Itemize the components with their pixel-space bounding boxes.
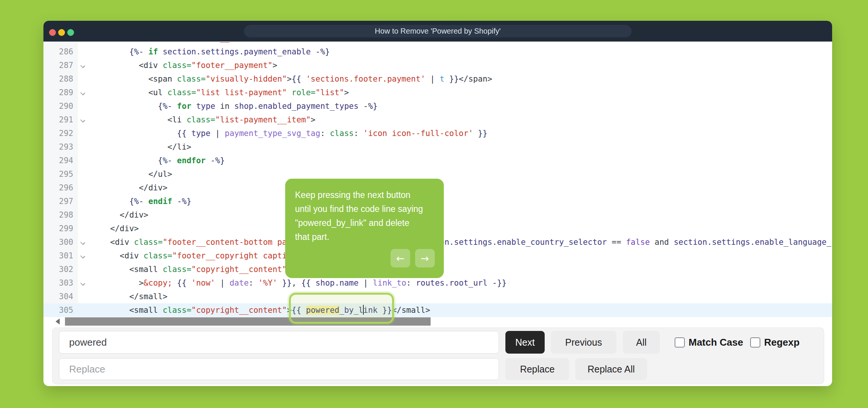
code-token: payment_type_svg_tag <box>225 129 320 138</box>
code-token <box>473 129 478 138</box>
code-token: {%- <box>158 102 172 111</box>
replace-button[interactable]: Replace <box>505 358 569 380</box>
code-token: '%Y' <box>258 278 278 287</box>
code-token: {{ <box>177 129 192 138</box>
fold-chevron-down-icon[interactable] <box>80 281 85 286</box>
search-input[interactable] <box>59 331 499 354</box>
code-token <box>91 129 177 138</box>
code-line[interactable]: 293 </li> <box>43 140 832 154</box>
code-text: {%- if section.settings.payment_enable -… <box>77 45 330 59</box>
code-token: {%- <box>129 197 144 206</box>
match-case-checkbox[interactable] <box>675 337 685 348</box>
code-line[interactable]: 305 <small class="copyright__content">{{… <box>43 303 832 317</box>
code-token: routes.root_url <box>416 278 488 287</box>
code-line[interactable]: 304 </small> <box>43 290 832 303</box>
zoom-window-icon[interactable] <box>67 29 74 36</box>
fold-chevron-down-icon[interactable] <box>80 254 85 258</box>
code-token: | <box>425 74 440 83</box>
code-line[interactable]: 291 <li class="list-payment__item"> <box>43 113 832 127</box>
line-number: 286 <box>43 45 77 59</box>
minimize-window-icon[interactable] <box>58 29 65 36</box>
code-token <box>311 47 316 56</box>
code-line[interactable]: 288 <span class="visually-hidden">{{ 'se… <box>43 72 832 86</box>
code-token: class= <box>167 88 196 97</box>
code-token: <span <box>148 74 177 83</box>
code-token: {{ <box>301 278 315 287</box>
code-token: 'now' <box>192 278 215 287</box>
code-token <box>91 265 129 274</box>
code-token: if <box>148 47 158 56</box>
code-line[interactable]: 294 {%- endfor -%} <box>43 154 832 167</box>
tooltip-line: "powered_by_link" and delete <box>295 216 434 230</box>
code-token: "list-payment__item" <box>215 115 311 124</box>
code-token <box>91 210 120 219</box>
previous-button[interactable]: Previous <box>551 331 616 354</box>
code-token <box>445 74 449 83</box>
code-token: : <box>406 278 411 287</box>
code-line[interactable]: 287 <div class="footer__payment"> <box>43 59 832 72</box>
line-number: 290 <box>43 99 77 113</box>
code-text: <li class="list-payment__item"> <box>77 113 315 127</box>
code-token: shop.name <box>315 278 358 287</box>
code-token: }} <box>449 74 459 83</box>
code-line[interactable]: 285 <ul class="disclosure__list" role="l… <box>43 42 832 45</box>
code-token: }} <box>478 129 487 138</box>
code-token <box>91 183 139 192</box>
code-token: > <box>344 88 349 97</box>
code-token: class= <box>139 42 167 43</box>
code-token: "list list-payment" <box>196 88 287 97</box>
next-button[interactable]: Next <box>505 331 545 354</box>
line-number: 291 <box>43 113 77 127</box>
code-token: link_to <box>373 278 406 287</box>
code-token: | <box>215 278 230 287</box>
code-token <box>91 292 129 301</box>
code-token: </div> <box>110 224 139 233</box>
all-button[interactable]: All <box>623 331 660 354</box>
code-token <box>91 47 129 56</box>
code-token <box>358 102 363 111</box>
code-token: </small> <box>129 292 167 301</box>
code-token: : <box>320 129 325 138</box>
tooltip-line: Keep pressing the next button <box>295 188 434 202</box>
fold-chevron-down-icon[interactable] <box>80 91 85 95</box>
close-window-icon[interactable] <box>49 29 56 36</box>
code-text: </div> <box>77 208 148 222</box>
regexp-checkbox[interactable] <box>750 337 760 348</box>
tooltip-next-button[interactable]: → <box>415 249 435 267</box>
code-line[interactable]: 286 {%- if section.settings.payment_enab… <box>43 45 832 59</box>
tooltip-prev-button[interactable]: ← <box>391 249 410 267</box>
line-number: 288 <box>43 72 77 86</box>
horizontal-scrollbar[interactable] <box>43 317 832 326</box>
code-token: shop.enabled_payment_types <box>234 102 358 111</box>
code-token <box>172 197 177 206</box>
code-token <box>91 142 167 151</box>
code-token: "footer__payment" <box>192 61 273 70</box>
code-line[interactable]: 289 <ul class="list list-payment" role="… <box>43 86 832 99</box>
code-token: {{ <box>177 278 192 287</box>
code-line[interactable]: 303 >&copy; {{ 'now' | date: '%Y' }}, {{… <box>43 276 832 290</box>
code-token <box>172 156 177 165</box>
code-line[interactable]: 292 {{ type | payment_type_svg_tag: clas… <box>43 127 832 140</box>
regexp-label: Regexp <box>764 331 800 354</box>
code-token: role= <box>258 42 282 43</box>
code-token: in <box>215 102 235 111</box>
code-token <box>650 238 655 247</box>
code-token: class= <box>163 306 192 315</box>
code-token <box>325 129 330 138</box>
line-number: 294 <box>43 154 77 167</box>
code-token <box>144 197 148 206</box>
fold-chevron-down-icon[interactable] <box>80 63 85 68</box>
fold-chevron-down-icon[interactable] <box>80 118 85 122</box>
line-number: 293 <box>43 140 77 154</box>
code-token: <small <box>129 306 163 315</box>
tooltip-line: until you find the code line saying <box>295 202 434 216</box>
code-token: <div <box>139 61 162 70</box>
code-line[interactable]: 290 {%- for type in shop.enabled_payment… <box>43 99 832 113</box>
replace-all-button[interactable]: Replace All <box>575 358 647 380</box>
replace-input[interactable] <box>59 358 499 380</box>
scroll-left-icon[interactable] <box>56 318 60 325</box>
code-token: section.settings.payment_enable <box>163 47 311 56</box>
code-token: > <box>272 61 277 70</box>
code-token <box>172 278 177 287</box>
fold-chevron-down-icon[interactable] <box>80 240 85 245</box>
